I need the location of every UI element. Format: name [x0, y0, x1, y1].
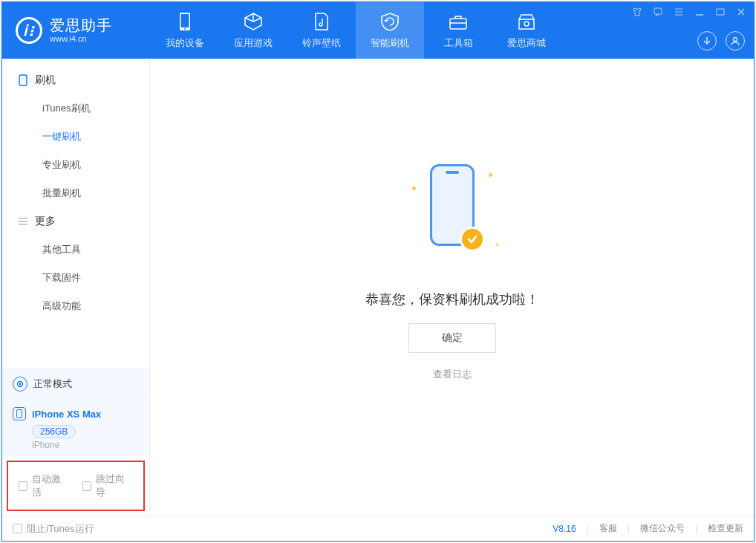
svg-rect-11: [17, 410, 22, 418]
nav-device[interactable]: 我的设备: [151, 2, 219, 59]
checkbox-label: 阻止iTunes运行: [27, 522, 94, 536]
nav-label: 智能刷机: [371, 36, 409, 50]
svg-point-7: [734, 38, 737, 42]
svg-rect-5: [450, 19, 466, 29]
nav-ringtones[interactable]: 铃声壁纸: [287, 2, 356, 59]
group-title: 刷机: [35, 74, 56, 87]
top-nav: 我的设备 应用游戏 铃声壁纸 智能刷机 工具箱 爱思商城: [151, 2, 561, 59]
sidebar-item-itunes[interactable]: iTunes刷机: [2, 94, 149, 123]
phone-icon: [178, 11, 192, 32]
titlebar: ⅰ⫶ 爱思助手 www.i4.cn 我的设备 应用游戏 铃声壁纸 智能刷机: [2, 2, 754, 59]
nav-flash[interactable]: 智能刷机: [356, 2, 424, 59]
nav-label: 爱思商城: [507, 36, 546, 50]
store-icon: [517, 11, 536, 32]
window-controls: [632, 7, 746, 19]
mode-icon: [13, 377, 27, 391]
checkbox-label: 自动激活: [32, 472, 69, 499]
sidebar-item-oneclick[interactable]: 一键刷机: [2, 123, 149, 151]
mode-panel[interactable]: 正常模式: [2, 368, 149, 399]
close-button[interactable]: [736, 7, 746, 19]
nav-toolbox[interactable]: 工具箱: [424, 2, 492, 59]
checkbox-icon: [82, 481, 91, 491]
svg-rect-0: [654, 8, 662, 14]
ok-button[interactable]: 确定: [408, 323, 496, 353]
version-label: V8.16: [553, 524, 576, 534]
phone-small-icon: [17, 74, 29, 86]
nav-label: 工具箱: [444, 36, 473, 50]
cube-icon: [244, 11, 263, 32]
statusbar: 阻止iTunes运行 V8.16 | 客服 | 微信公众号 | 检查更新: [2, 516, 754, 541]
success-hero: 恭喜您，保资料刷机成功啦！ 确定 查看日志: [365, 164, 539, 381]
view-log-link[interactable]: 查看日志: [433, 368, 472, 381]
checkbox-icon: [19, 481, 27, 491]
checkbox-icon: [13, 524, 22, 533]
device-storage: 256GB: [32, 425, 76, 438]
main-area: 恭喜您，保资料刷机成功啦！ 确定 查看日志: [150, 59, 754, 516]
app-window: ⅰ⫶ 爱思助手 www.i4.cn 我的设备 应用游戏 铃声壁纸 智能刷机: [1, 1, 755, 542]
phone-illustration: [415, 164, 489, 276]
nav-label: 应用游戏: [234, 36, 273, 50]
body: 刷机 iTunes刷机 一键刷机 专业刷机 批量刷机 更多 其他工具 下载固件 …: [2, 59, 754, 516]
toolbox-icon: [449, 11, 468, 32]
group-title: 更多: [35, 215, 56, 228]
checkbox-label: 跳过向导: [96, 472, 133, 499]
update-link[interactable]: 检查更新: [708, 522, 743, 535]
user-button[interactable]: [726, 31, 745, 51]
options-row: 自动激活 跳过向导: [7, 461, 145, 511]
nav-label: 我的设备: [166, 36, 204, 50]
sidebar-item-advanced[interactable]: 高级功能: [2, 292, 149, 320]
wechat-link[interactable]: 微信公众号: [640, 522, 685, 535]
download-button[interactable]: [697, 31, 717, 51]
device-icon: [13, 407, 26, 420]
group-flash[interactable]: 刷机: [2, 66, 149, 94]
sidebar-item-pro[interactable]: 专业刷机: [2, 151, 149, 179]
device-type: iPhone: [32, 440, 139, 450]
feedback-button[interactable]: [653, 7, 663, 19]
nav-store[interactable]: 爱思商城: [492, 2, 561, 59]
mode-label: 正常模式: [33, 377, 72, 391]
success-message: 恭喜您，保资料刷机成功啦！: [365, 290, 539, 308]
minimize-button[interactable]: [694, 7, 705, 19]
device-name: iPhone XS Max: [32, 409, 101, 420]
sidebar-item-batch[interactable]: 批量刷机: [2, 179, 149, 207]
logo: ⅰ⫶ 爱思助手 www.i4.cn: [2, 2, 151, 59]
list-icon: [17, 215, 29, 227]
checkbox-block-itunes[interactable]: 阻止iTunes运行: [13, 522, 94, 536]
app-subtitle: www.i4.cn: [50, 34, 112, 44]
svg-rect-1: [717, 9, 724, 15]
sidebar-item-other[interactable]: 其他工具: [2, 235, 149, 264]
music-file-icon: [313, 11, 330, 32]
sidebar: 刷机 iTunes刷机 一键刷机 专业刷机 批量刷机 更多 其他工具 下载固件 …: [2, 59, 150, 516]
menu-button[interactable]: [674, 7, 684, 19]
shield-refresh-icon: [380, 11, 400, 32]
svg-rect-3: [181, 14, 189, 27]
group-more[interactable]: 更多: [2, 207, 149, 235]
maximize-button[interactable]: [715, 7, 726, 19]
svg-point-10: [19, 383, 22, 386]
nav-label: 铃声壁纸: [302, 36, 341, 50]
nav-apps[interactable]: 应用游戏: [219, 2, 287, 59]
checkbox-auto-activate[interactable]: 自动激活: [19, 472, 69, 499]
tshirt-icon[interactable]: [632, 7, 642, 19]
support-link[interactable]: 客服: [599, 522, 617, 535]
checkbox-skip-guide[interactable]: 跳过向导: [82, 472, 133, 499]
app-title: 爱思助手: [50, 17, 112, 34]
svg-point-4: [184, 28, 186, 30]
svg-rect-8: [19, 75, 27, 85]
logo-icon: ⅰ⫶: [16, 17, 42, 44]
check-badge-icon: [460, 227, 485, 252]
sidebar-item-firmware[interactable]: 下载固件: [2, 264, 149, 292]
device-panel[interactable]: iPhone XS Max 256GB iPhone: [2, 399, 149, 456]
svg-point-6: [524, 22, 529, 26]
